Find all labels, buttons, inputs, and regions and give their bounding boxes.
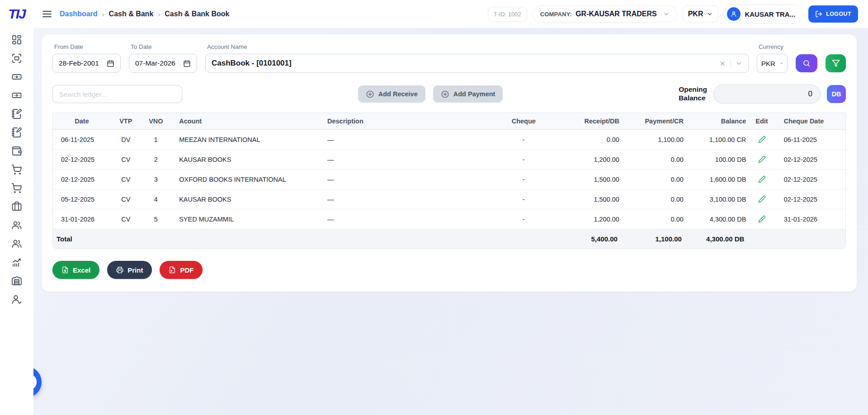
search-icon [802, 59, 811, 67]
cell-account: KAUSAR BOOKS [171, 150, 319, 170]
cell-receipt: 1,500.00 [550, 189, 621, 209]
logout-button[interactable]: LOGOUT [808, 5, 858, 23]
cell-cheque-date: 31-01-2026 [776, 209, 845, 229]
company-value: GR-KAUSAR TRADERS [576, 10, 657, 18]
cell-vtp: CV [111, 170, 141, 189]
sidebar-item-cash-receive[interactable] [8, 71, 26, 82]
sidebar-item-reports[interactable] [8, 257, 26, 268]
app-logo: TIJ [8, 0, 25, 28]
plus-circle-icon [366, 90, 374, 99]
cell-balance: 4,300.00 DB [685, 209, 748, 229]
breadcrumb-page: Cash & Bank Book [165, 10, 229, 18]
cell-vno: 5 [141, 209, 171, 229]
cash-bank-book-card: From Date 28-Feb-2001 To Date 07-Mar-202… [42, 34, 857, 292]
briefcase-icon [11, 201, 22, 212]
balance-type-button[interactable]: DB [827, 85, 846, 103]
pencil-icon [758, 175, 766, 183]
edit-button[interactable] [748, 189, 775, 209]
cell-account: KAUSAR BOOKS [171, 189, 319, 209]
edit-button[interactable] [748, 209, 775, 229]
sidebar-item-sales[interactable] [8, 183, 26, 193]
sidebar-item-wallet[interactable] [8, 146, 26, 156]
cell-receipt: 1,500.00 [550, 170, 621, 189]
sidebar-item-cash-payment[interactable] [8, 90, 26, 101]
calendar-icon [183, 60, 191, 67]
print-button[interactable]: Print [107, 261, 152, 279]
search-button[interactable] [796, 54, 817, 72]
filter-row: From Date 28-Feb-2001 To Date 07-Mar-202… [52, 43, 846, 73]
col-cheque-date: Cheque Date [776, 113, 845, 130]
sidebar-item-user-approvals[interactable] [8, 294, 26, 305]
tenant-id-badge: T-ID: 1002 [488, 7, 527, 22]
cell-cheque-date: 02-12-2025 [776, 150, 845, 170]
col-payment: Payment/CR [621, 113, 685, 130]
from-date-group: From Date 28-Feb-2001 [52, 43, 121, 73]
edit-button[interactable] [748, 170, 775, 189]
sidebar-item-journal-2[interactable] [8, 127, 26, 138]
cell-vno: 2 [141, 150, 171, 170]
pencil-icon [758, 195, 766, 203]
col-account: Acount [171, 113, 319, 130]
sidebar-item-business[interactable] [8, 201, 26, 212]
add-receive-label: Add Receive [378, 90, 418, 98]
add-receive-button[interactable]: Add Receive [358, 85, 425, 103]
avatar [727, 7, 741, 21]
cell-description: — [319, 209, 497, 229]
company-select[interactable]: COMPANY: GR-KAUSAR TRADERS [533, 5, 677, 23]
cell-vtp: CV [111, 189, 141, 209]
filter-button[interactable] [826, 54, 846, 72]
currency-select[interactable]: PKR [757, 54, 788, 73]
topbar: Dashboard › Cash & Bank › Cash & Bank Bo… [33, 0, 868, 28]
ledger-search-input[interactable] [52, 85, 182, 103]
ledger-table: Date VTP VNO Acount Description Cheque R… [53, 113, 845, 249]
currency-value: PKR [761, 60, 775, 67]
logout-label: LOGOUT [826, 11, 851, 17]
hamburger-icon [42, 9, 52, 19]
breadcrumb-separator: › [158, 10, 160, 18]
action-row: Add Receive Add Payment Opening Balance … [52, 85, 846, 104]
col-vno: VNO [141, 113, 171, 130]
pdf-export-button[interactable]: PDF [160, 261, 203, 279]
cell-cheque-date: 02-12-2025 [776, 189, 845, 209]
to-date-input[interactable]: 07-Mar-2026 [129, 54, 197, 73]
add-payment-button[interactable]: Add Payment [433, 85, 503, 103]
chevron-down-icon[interactable] [736, 60, 742, 67]
excel-export-button[interactable]: Excel [52, 261, 99, 279]
total-payment: 1,100.00 [621, 229, 685, 249]
plus-circle-icon [441, 90, 449, 99]
currency-select-top[interactable]: PKR [683, 5, 719, 23]
cell-date: 06-11-2025 [53, 130, 111, 150]
cell-description: — [319, 130, 497, 150]
clear-icon[interactable] [719, 60, 726, 67]
sidebar-item-inventory[interactable] [8, 275, 26, 286]
sidebar-item-suppliers[interactable] [8, 238, 26, 249]
users-icon [11, 238, 22, 249]
cell-date: 02-12-2025 [53, 150, 111, 170]
from-date-input[interactable]: 28-Feb-2001 [52, 54, 121, 73]
wallet-icon [11, 146, 22, 156]
table-row: 02-12-2025 CV 2 KAUSAR BOOKS — - 1,200.0… [53, 150, 845, 170]
edit-button[interactable] [748, 130, 775, 150]
breadcrumb-dashboard[interactable]: Dashboard [60, 10, 98, 18]
currency-label: Currency [759, 43, 788, 50]
calendar-icon [107, 60, 114, 67]
table-total-row: Total 5,400.00 1,100.00 4,300.00 DB [53, 229, 845, 249]
opening-balance-input[interactable]: 0 [713, 85, 821, 104]
sidebar-item-journal-1[interactable] [8, 108, 26, 119]
menu-toggle-button[interactable] [42, 9, 52, 19]
print-label: Print [127, 266, 143, 274]
edit-button[interactable] [748, 150, 775, 170]
chevron-down-icon [780, 61, 783, 66]
banknote-icon [11, 90, 22, 101]
account-name-combobox[interactable]: CashBook - [0101001] [205, 54, 749, 73]
sidebar-item-customers[interactable] [8, 220, 26, 231]
printer-icon [116, 266, 123, 274]
cell-vno: 1 [141, 130, 171, 150]
sidebar-item-purchases[interactable] [8, 164, 26, 175]
user-menu[interactable]: KAUSAR TRA... [724, 5, 803, 24]
sidebar-item-scan[interactable] [8, 53, 26, 64]
user-icon [730, 10, 737, 18]
sidebar-item-dashboard[interactable] [8, 34, 26, 45]
excel-label: Excel [73, 266, 90, 274]
account-name-label: Account Name [207, 43, 749, 50]
